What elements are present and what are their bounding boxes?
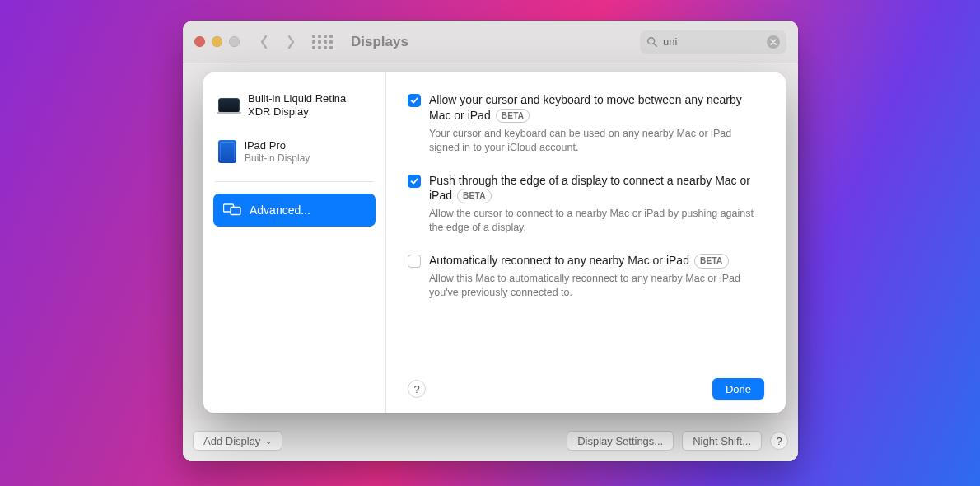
device-item-ipad[interactable]: iPad Pro Built-in Display	[213, 134, 376, 170]
add-display-label: Add Display	[203, 435, 260, 447]
ipad-icon	[218, 140, 236, 163]
sheet-sidebar: Built-in Liquid Retina XDR Display iPad …	[203, 72, 386, 413]
device-item-built-in[interactable]: Built-in Liquid Retina XDR Display	[213, 87, 376, 124]
bottom-toolbar: Add Display ⌄ Display Settings... Night …	[183, 420, 798, 461]
beta-badge: BETA	[694, 254, 729, 269]
chevron-down-icon: ⌄	[265, 437, 272, 446]
option-description: Your cursor and keyboard can be used on …	[429, 127, 764, 155]
device-subtitle: Built-in Display	[245, 152, 310, 165]
option-label: Allow your cursor and keyboard to move b…	[429, 92, 764, 124]
option-auto-reconnect: Automatically reconnect to any nearby Ma…	[408, 253, 764, 300]
sheet-main: Allow your cursor and keyboard to move b…	[386, 72, 786, 413]
checkbox-push-through[interactable]	[408, 175, 421, 188]
sheet-help-button[interactable]: ?	[408, 380, 426, 398]
help-button[interactable]: ?	[770, 432, 788, 450]
done-button[interactable]: Done	[712, 378, 764, 400]
option-label: Push through the edge of a display to co…	[429, 173, 764, 204]
svg-rect-3	[231, 207, 240, 214]
sidebar-item-advanced[interactable]: Advanced...	[213, 194, 376, 227]
check-icon	[410, 177, 418, 185]
displays-icon	[223, 203, 241, 217]
checkbox-auto-reconnect[interactable]	[408, 255, 421, 268]
device-name: Built-in Liquid Retina XDR Display	[248, 92, 371, 119]
sheet-footer: ? Done	[408, 370, 764, 400]
option-allow-cursor: Allow your cursor and keyboard to move b…	[408, 92, 764, 155]
option-label: Automatically reconnect to any nearby Ma…	[429, 253, 764, 269]
done-label: Done	[726, 383, 751, 395]
add-display-button[interactable]: Add Display ⌄	[193, 431, 282, 451]
display-settings-button[interactable]: Display Settings...	[567, 431, 674, 451]
sidebar-item-label: Advanced...	[250, 203, 310, 217]
sidebar-separator	[215, 181, 374, 182]
option-push-through: Push through the edge of a display to co…	[408, 173, 764, 236]
check-icon	[410, 96, 418, 105]
option-description: Allow the cursor to connect to a nearby …	[429, 207, 764, 235]
beta-badge: BETA	[457, 189, 492, 203]
device-name: iPad Pro	[245, 139, 310, 152]
night-shift-button[interactable]: Night Shift...	[682, 431, 762, 451]
checkbox-allow-cursor[interactable]	[408, 94, 421, 107]
night-shift-label: Night Shift...	[693, 435, 751, 447]
mac-display-icon	[218, 98, 240, 113]
advanced-sheet: Built-in Liquid Retina XDR Display iPad …	[203, 72, 786, 413]
display-settings-label: Display Settings...	[577, 435, 663, 447]
beta-badge: BETA	[496, 109, 530, 124]
option-description: Allow this Mac to automatically reconnec…	[429, 272, 764, 300]
